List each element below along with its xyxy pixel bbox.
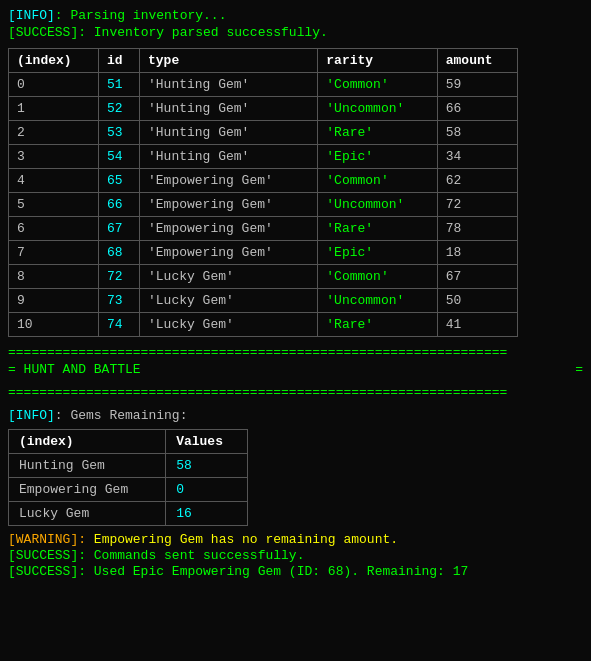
section-title: = HUNT AND BATTLE = xyxy=(8,362,583,377)
gems-col-index: (index) xyxy=(9,430,166,454)
separator-line2: ========================================… xyxy=(8,385,583,400)
cell-rarity: 'Common' xyxy=(318,73,437,97)
gems-remaining-section: [INFO]: Gems Remaining: (index) Values H… xyxy=(8,408,583,526)
success1-log: [SUCCESS]: Commands sent successfully. xyxy=(8,548,583,563)
cell-index: 1 xyxy=(9,97,99,121)
cell-rarity: 'Rare' xyxy=(318,121,437,145)
cell-amount: 34 xyxy=(437,145,517,169)
gem-name: Lucky Gem xyxy=(9,502,166,526)
cell-type: 'Hunting Gem' xyxy=(140,97,318,121)
table-row: 4 65 'Empowering Gem' 'Common' 62 xyxy=(9,169,518,193)
table-row: 2 53 'Hunting Gem' 'Rare' 58 xyxy=(9,121,518,145)
cell-index: 2 xyxy=(9,121,99,145)
cell-id: 54 xyxy=(99,145,140,169)
cell-rarity: 'Epic' xyxy=(318,145,437,169)
list-item: Empowering Gem 0 xyxy=(9,478,248,502)
cell-id: 66 xyxy=(99,193,140,217)
table-row: 7 68 'Empowering Gem' 'Epic' 18 xyxy=(9,241,518,265)
gem-name: Empowering Gem xyxy=(9,478,166,502)
list-item: Hunting Gem 58 xyxy=(9,454,248,478)
table-row: 3 54 'Hunting Gem' 'Epic' 34 xyxy=(9,145,518,169)
cell-type: 'Lucky Gem' xyxy=(140,289,318,313)
cell-type: 'Hunting Gem' xyxy=(140,121,318,145)
col-header-amount: amount xyxy=(437,49,517,73)
cell-index: 9 xyxy=(9,289,99,313)
cell-type: 'Hunting Gem' xyxy=(140,145,318,169)
cell-rarity: 'Uncommon' xyxy=(318,289,437,313)
cell-rarity: 'Uncommon' xyxy=(318,97,437,121)
cell-type: 'Empowering Gem' xyxy=(140,241,318,265)
cell-amount: 72 xyxy=(437,193,517,217)
gem-value: 16 xyxy=(166,502,248,526)
cell-amount: 66 xyxy=(437,97,517,121)
cell-id: 53 xyxy=(99,121,140,145)
col-header-type: type xyxy=(140,49,318,73)
warning-log: [WARNING]: Empowering Gem has no remaini… xyxy=(8,532,583,547)
col-header-index: (index) xyxy=(9,49,99,73)
cell-id: 72 xyxy=(99,265,140,289)
cell-amount: 62 xyxy=(437,169,517,193)
table-row: 10 74 'Lucky Gem' 'Rare' 41 xyxy=(9,313,518,337)
cell-rarity: 'Common' xyxy=(318,265,437,289)
cell-type: 'Empowering Gem' xyxy=(140,169,318,193)
parsed-log: [SUCCESS]: Inventory parsed successfully… xyxy=(8,25,583,40)
bottom-logs: [WARNING]: Empowering Gem has no remaini… xyxy=(8,532,583,579)
table-row: 8 72 'Lucky Gem' 'Common' 67 xyxy=(9,265,518,289)
cell-id: 67 xyxy=(99,217,140,241)
table-row: 6 67 'Empowering Gem' 'Rare' 78 xyxy=(9,217,518,241)
cell-id: 52 xyxy=(99,97,140,121)
cell-index: 8 xyxy=(9,265,99,289)
cell-rarity: 'Common' xyxy=(318,169,437,193)
cell-rarity: 'Rare' xyxy=(318,313,437,337)
table-row: 0 51 'Hunting Gem' 'Common' 59 xyxy=(9,73,518,97)
cell-index: 0 xyxy=(9,73,99,97)
table-row: 5 66 'Empowering Gem' 'Uncommon' 72 xyxy=(9,193,518,217)
inventory-table: (index) id type rarity amount 0 51 'Hunt… xyxy=(8,48,518,337)
cell-rarity: 'Epic' xyxy=(318,241,437,265)
separator-line1: ========================================… xyxy=(8,345,583,360)
gems-table: (index) Values Hunting Gem 58 Empowering… xyxy=(8,429,248,526)
cell-id: 68 xyxy=(99,241,140,265)
cell-amount: 67 xyxy=(437,265,517,289)
cell-index: 5 xyxy=(9,193,99,217)
parsing-log: [INFO]: Parsing inventory... xyxy=(8,8,583,23)
gem-name: Hunting Gem xyxy=(9,454,166,478)
cell-id: 74 xyxy=(99,313,140,337)
table-row: 1 52 'Hunting Gem' 'Uncommon' 66 xyxy=(9,97,518,121)
cell-rarity: 'Uncommon' xyxy=(318,193,437,217)
cell-type: 'Hunting Gem' xyxy=(140,73,318,97)
table-row: 9 73 'Lucky Gem' 'Uncommon' 50 xyxy=(9,289,518,313)
cell-amount: 50 xyxy=(437,289,517,313)
cell-rarity: 'Rare' xyxy=(318,217,437,241)
cell-type: 'Empowering Gem' xyxy=(140,193,318,217)
gem-value: 58 xyxy=(166,454,248,478)
cell-index: 6 xyxy=(9,217,99,241)
cell-amount: 58 xyxy=(437,121,517,145)
cell-index: 4 xyxy=(9,169,99,193)
list-item: Lucky Gem 16 xyxy=(9,502,248,526)
cell-type: 'Empowering Gem' xyxy=(140,217,318,241)
cell-id: 51 xyxy=(99,73,140,97)
cell-type: 'Lucky Gem' xyxy=(140,313,318,337)
cell-index: 10 xyxy=(9,313,99,337)
cell-amount: 18 xyxy=(437,241,517,265)
cell-index: 3 xyxy=(9,145,99,169)
col-header-id: id xyxy=(99,49,140,73)
cell-id: 65 xyxy=(99,169,140,193)
cell-amount: 78 xyxy=(437,217,517,241)
cell-id: 73 xyxy=(99,289,140,313)
gems-remaining-label: [INFO]: Gems Remaining: xyxy=(8,408,583,423)
success2-log: [SUCCESS]: Used Epic Empowering Gem (ID:… xyxy=(8,564,583,579)
cell-amount: 59 xyxy=(437,73,517,97)
gems-col-values: Values xyxy=(166,430,248,454)
cell-type: 'Lucky Gem' xyxy=(140,265,318,289)
gem-value: 0 xyxy=(166,478,248,502)
cell-index: 7 xyxy=(9,241,99,265)
cell-amount: 41 xyxy=(437,313,517,337)
col-header-rarity: rarity xyxy=(318,49,437,73)
